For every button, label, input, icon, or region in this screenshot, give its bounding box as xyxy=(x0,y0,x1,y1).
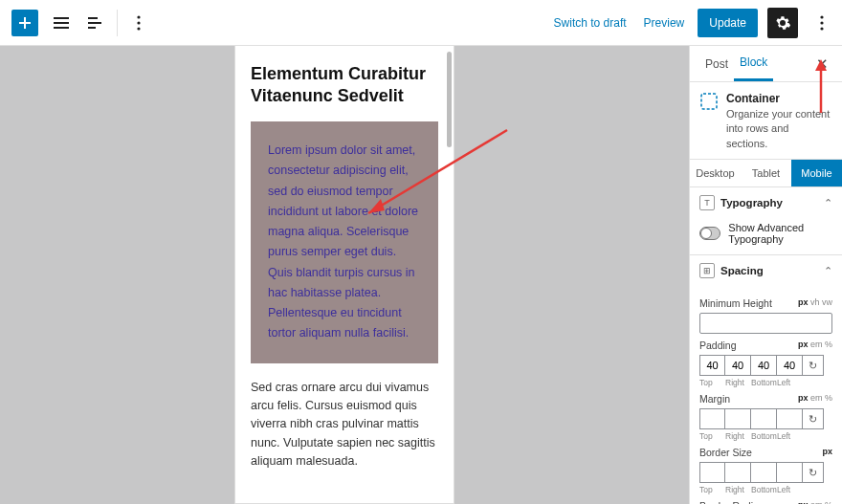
padding-right-input[interactable] xyxy=(725,355,751,376)
device-desktop[interactable]: Desktop xyxy=(690,160,741,186)
svg-rect-8 xyxy=(701,94,717,109)
workspace: Elementum Curabitur Vitaenunc Sedvelit L… xyxy=(0,46,842,504)
panel-spacing-title: Spacing xyxy=(720,265,818,276)
gear-icon xyxy=(774,14,791,32)
separator xyxy=(117,10,118,36)
margin-right-input[interactable] xyxy=(725,408,751,429)
panel-typography: T Typography ⌃ Show Advanced Typography xyxy=(690,187,842,255)
chevron-up-icon: ⌃ xyxy=(824,265,832,277)
padding-units[interactable]: px em % xyxy=(798,340,832,351)
switch-draft-button[interactable]: Switch to draft xyxy=(550,11,631,35)
page-headline[interactable]: Elementum Curabitur Vitaenunc Sedvelit xyxy=(251,63,438,106)
device-tabs: Desktop Tablet Mobile xyxy=(690,159,842,187)
container-block[interactable]: Lorem ipsum dolor sit amet, consectetur … xyxy=(251,121,438,363)
margin-inputs: ↻ xyxy=(699,408,832,429)
advanced-typography-toggle[interactable] xyxy=(699,227,720,240)
border-size-units[interactable]: px xyxy=(822,447,832,458)
toolbar-left xyxy=(6,6,156,40)
tab-post[interactable]: Post xyxy=(699,48,734,80)
svg-point-3 xyxy=(820,15,823,18)
margin-left-input[interactable] xyxy=(777,408,803,429)
panel-typography-title: Typography xyxy=(720,197,818,208)
more-menu-button[interactable] xyxy=(808,8,836,38)
body-paragraph[interactable]: Sed cras ornare arcu dui vivamus arcu fe… xyxy=(251,379,438,471)
margin-label: Margin xyxy=(699,393,730,405)
padding-top-input[interactable] xyxy=(699,355,725,376)
svg-point-1 xyxy=(137,21,140,24)
margin-reset-button[interactable]: ↻ xyxy=(803,408,824,429)
border-bottom-input[interactable] xyxy=(751,462,777,483)
container-icon xyxy=(699,92,719,111)
min-height-input[interactable] xyxy=(699,313,832,334)
margin-top-input[interactable] xyxy=(699,408,725,429)
outline-icon xyxy=(87,16,104,30)
canvas-area: Elementum Curabitur Vitaenunc Sedvelit L… xyxy=(0,46,689,504)
border-size-inputs: ↻ xyxy=(699,462,832,483)
margin-units[interactable]: px em % xyxy=(798,393,832,405)
advanced-typography-label: Show Advanced Typography xyxy=(728,222,832,245)
block-name: Container xyxy=(726,92,832,105)
spacing-icon: ⊞ xyxy=(699,263,715,278)
chevron-up-icon: ⌃ xyxy=(824,197,832,209)
tab-block[interactable]: Block xyxy=(734,46,773,81)
more-tools-button[interactable] xyxy=(122,6,156,40)
settings-button[interactable] xyxy=(767,8,798,38)
preview-button[interactable]: Preview xyxy=(640,11,689,35)
border-right-input[interactable] xyxy=(725,462,751,483)
panel-spacing: ⊞ Spacing ⌃ Minimum Height px vh vw Padd… xyxy=(690,255,842,504)
list-view-button[interactable] xyxy=(44,6,78,40)
container-text: Lorem ipsum dolor sit amet, consectetur … xyxy=(268,141,421,344)
typography-icon: T xyxy=(699,195,715,210)
outline-button[interactable] xyxy=(78,6,113,40)
close-sidebar-button[interactable]: ✕ xyxy=(812,52,832,77)
dots-vertical-icon xyxy=(137,15,141,31)
block-description: Organize your content into rows and sect… xyxy=(726,107,832,151)
advanced-typography-row: Show Advanced Typography xyxy=(690,218,842,254)
padding-reset-button[interactable]: ↻ xyxy=(803,355,824,376)
svg-point-5 xyxy=(820,27,823,30)
block-header: Container Organize your content into row… xyxy=(690,82,842,159)
lines-icon xyxy=(53,16,70,30)
min-height-label: Minimum Height xyxy=(699,297,772,309)
top-toolbar: Switch to draft Preview Update xyxy=(0,0,842,46)
device-mobile[interactable]: Mobile xyxy=(791,160,842,186)
min-height-units[interactable]: px vh vw xyxy=(798,297,832,309)
padding-left-input[interactable] xyxy=(777,355,803,376)
border-reset-button[interactable]: ↻ xyxy=(803,462,824,483)
sidebar-tabs: Post Block ✕ xyxy=(690,46,842,82)
plus-icon xyxy=(17,15,33,31)
border-radius-units[interactable]: px em % xyxy=(798,500,832,504)
panel-typography-head[interactable]: T Typography ⌃ xyxy=(690,187,842,218)
border-size-label: Border Size xyxy=(699,447,752,458)
svg-point-4 xyxy=(820,21,823,24)
panel-spacing-body: Minimum Height px vh vw Padding px em % … xyxy=(690,286,842,504)
toolbar-right: Switch to draft Preview Update xyxy=(550,8,836,38)
svg-point-2 xyxy=(137,27,140,30)
margin-bottom-input[interactable] xyxy=(751,408,777,429)
svg-point-0 xyxy=(137,15,140,18)
device-tablet[interactable]: Tablet xyxy=(741,160,791,186)
border-left-input[interactable] xyxy=(777,462,803,483)
padding-inputs: ↻ xyxy=(699,355,832,376)
padding-label: Padding xyxy=(699,340,737,351)
border-top-input[interactable] xyxy=(699,462,725,483)
dots-vertical-icon xyxy=(820,15,824,31)
mobile-preview[interactable]: Elementum Curabitur Vitaenunc Sedvelit L… xyxy=(234,46,454,504)
settings-sidebar: Post Block ✕ Container Organize your con… xyxy=(689,46,842,504)
canvas-content: Elementum Curabitur Vitaenunc Sedvelit L… xyxy=(235,46,454,488)
panel-spacing-head[interactable]: ⊞ Spacing ⌃ xyxy=(690,255,842,286)
add-block-button[interactable] xyxy=(11,10,38,36)
border-radius-label: Border Radius xyxy=(699,500,764,504)
update-button[interactable]: Update xyxy=(698,9,758,37)
scrollbar-thumb[interactable] xyxy=(447,52,452,147)
padding-bottom-input[interactable] xyxy=(751,355,777,376)
